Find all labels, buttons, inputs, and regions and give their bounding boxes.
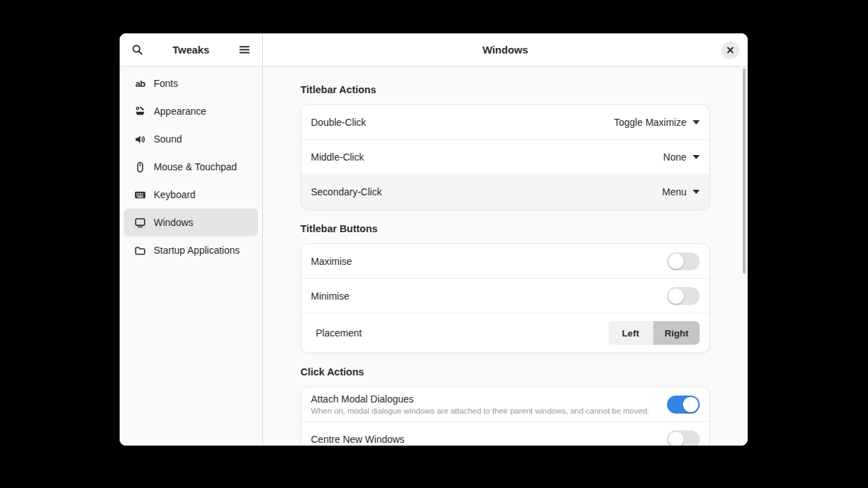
dropdown-value: None xyxy=(664,152,686,163)
sidebar-item-keyboard[interactable]: Keyboard xyxy=(124,181,258,209)
toggle-knob xyxy=(668,254,684,269)
folder-icon xyxy=(134,245,146,257)
row-maximise: Maximise xyxy=(301,244,709,279)
row-label: Middle-Click xyxy=(311,152,664,163)
minimise-toggle[interactable] xyxy=(667,287,700,305)
sidebar-item-appearance[interactable]: Appearance xyxy=(124,97,258,125)
secondary-click-dropdown[interactable]: Menu xyxy=(662,186,700,197)
sidebar-item-label: Windows xyxy=(154,217,193,228)
vertical-scrollbar[interactable] xyxy=(743,68,746,274)
sidebar-title: Tweaks xyxy=(172,44,209,56)
sidebar-item-label: Sound xyxy=(154,133,182,145)
section-heading-click-actions: Click Actions xyxy=(300,366,710,377)
placement-segmented-control: Left Right xyxy=(609,321,700,345)
row-label: Centre New Windows xyxy=(311,434,667,445)
menu-button[interactable] xyxy=(237,42,252,57)
row-placement: Placement Left Right xyxy=(301,314,709,352)
search-button[interactable] xyxy=(130,42,145,57)
dropdown-value: Toggle Maximize xyxy=(614,117,686,128)
sidebar-item-startup-applications[interactable]: Startup Applications xyxy=(124,236,258,264)
row-double-click[interactable]: Double-Click Toggle Maximize xyxy=(301,105,709,140)
centre-new-windows-toggle[interactable] xyxy=(667,430,700,446)
tweaks-window: Tweaks Windows ab Fonts xyxy=(120,33,748,446)
sidebar-item-sound[interactable]: Sound xyxy=(124,125,258,153)
row-label: Secondary-Click xyxy=(311,186,662,197)
chevron-down-icon xyxy=(693,155,700,159)
row-minimise: Minimise xyxy=(301,279,709,314)
toggle-knob xyxy=(668,432,684,446)
row-label: Maximise xyxy=(311,256,667,267)
sidebar-item-windows[interactable]: Windows xyxy=(124,209,258,236)
chevron-down-icon xyxy=(693,190,700,194)
sidebar-item-label: Fonts xyxy=(154,78,178,89)
fonts-icon: ab xyxy=(134,78,146,90)
chevron-down-icon xyxy=(693,120,700,124)
row-label: Attach Modal Dialogues xyxy=(311,393,667,405)
mouse-icon xyxy=(134,161,146,173)
toggle-knob xyxy=(683,397,698,412)
search-icon xyxy=(131,44,143,56)
content-header: Windows xyxy=(263,33,748,67)
click-actions-card: Attach Modal Dialogues When on, modal di… xyxy=(300,387,710,446)
page-title: Windows xyxy=(483,44,529,56)
sound-icon xyxy=(134,133,146,145)
sidebar-item-label: Appearance xyxy=(154,106,207,117)
section-heading-titlebar-actions: Titlebar Actions xyxy=(300,84,710,95)
sidebar-item-label: Startup Applications xyxy=(154,245,240,256)
appearance-icon xyxy=(134,106,146,117)
sidebar-item-label: Keyboard xyxy=(154,189,195,200)
row-secondary-click[interactable]: Secondary-Click Menu xyxy=(301,174,709,209)
placement-left-button[interactable]: Left xyxy=(609,321,653,345)
titlebar-actions-card: Double-Click Toggle Maximize Middle-Clic… xyxy=(300,104,710,210)
settings-page-windows: Titlebar Actions Double-Click Toggle Max… xyxy=(263,67,748,446)
close-icon xyxy=(726,46,734,54)
section-heading-titlebar-buttons: Titlebar Buttons xyxy=(300,223,710,234)
titlebar-buttons-card: Maximise Minimise Placement Left Right xyxy=(300,243,710,353)
middle-click-dropdown[interactable]: None xyxy=(664,152,700,163)
sidebar-item-mouse-touchpad[interactable]: Mouse & Touchpad xyxy=(124,153,258,181)
row-middle-click[interactable]: Middle-Click None xyxy=(301,140,709,174)
attach-modal-dialogues-toggle[interactable] xyxy=(667,396,700,414)
placement-right-button[interactable]: Right xyxy=(653,321,700,345)
row-label: Double-Click xyxy=(311,117,614,128)
sidebar-header: Tweaks xyxy=(120,33,263,67)
maximise-toggle[interactable] xyxy=(667,252,700,270)
sidebar-item-fonts[interactable]: ab Fonts xyxy=(124,70,258,97)
row-subtitle: When on, modal dialogue windows are atta… xyxy=(311,407,667,415)
sidebar: ab Fonts Appearance Sound xyxy=(120,67,263,446)
row-text: Attach Modal Dialogues When on, modal di… xyxy=(311,388,667,421)
row-label: Minimise xyxy=(311,291,667,302)
row-label: Placement xyxy=(311,327,609,339)
dropdown-value: Menu xyxy=(662,186,686,197)
toggle-knob xyxy=(668,288,684,304)
content-pane: Titlebar Actions Double-Click Toggle Max… xyxy=(263,67,748,446)
windows-icon xyxy=(134,217,146,229)
row-centre-new-windows: Centre New Windows xyxy=(301,422,709,446)
sidebar-item-label: Mouse & Touchpad xyxy=(154,161,237,172)
keyboard-icon xyxy=(134,189,146,201)
row-attach-modal-dialogues: Attach Modal Dialogues When on, modal di… xyxy=(301,387,709,422)
hamburger-menu-icon xyxy=(239,44,250,56)
close-button[interactable] xyxy=(721,41,739,59)
double-click-dropdown[interactable]: Toggle Maximize xyxy=(614,117,700,128)
